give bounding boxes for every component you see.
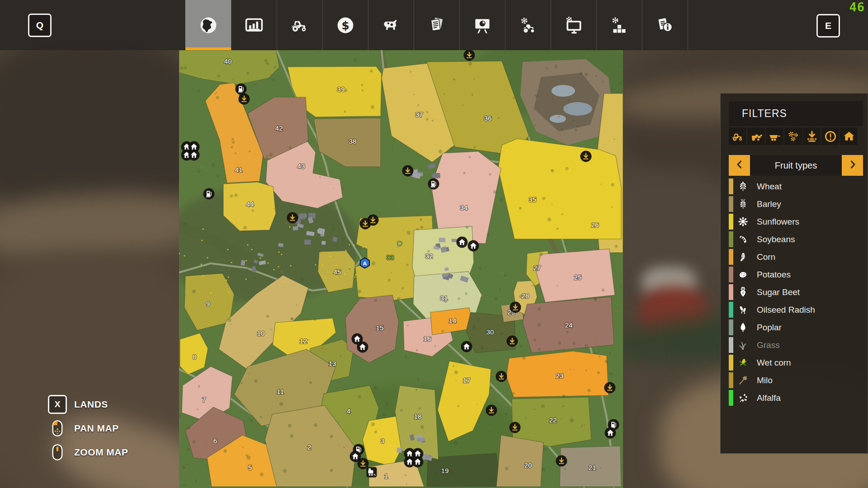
fruit-type-row-sunflowers[interactable]: Sunflowers [721,213,868,230]
fruit-type-row-poplar[interactable]: Poplar [721,319,868,336]
fruit-type-row-sugar-beet[interactable]: Sugar Beet [721,283,868,301]
selector-next-button[interactable] [842,155,863,176]
map-marker-sell-point[interactable] [509,422,521,433]
field-number-20: 20 [524,461,532,469]
tab-vehicles[interactable] [277,0,322,50]
map-marker-sell-point[interactable] [496,371,507,382]
map-marker-house[interactable] [461,341,472,352]
document-info-icon [655,15,675,35]
tab-garage[interactable] [505,0,551,50]
tab-display-settings[interactable] [551,0,596,50]
fruit-type-label: Sugar Beet [757,287,800,297]
fruit-color-swatch [729,390,733,406]
world-map[interactable]: 4039373626414238434435349108453332311213… [179,50,623,488]
map-marker-sell-point[interactable] [507,336,518,347]
filter-category-tractor[interactable] [729,127,746,145]
fruit-type-row-barley[interactable]: Barley [721,195,868,213]
map-canvas[interactable]: 4039373626414238434435349108453332311213… [179,50,623,488]
fruit-color-swatch [729,284,733,300]
village-building [299,213,306,219]
map-marker-train[interactable] [367,467,377,478]
field-20[interactable] [496,435,543,487]
map-marker-sell-point[interactable] [486,405,497,416]
tab-production[interactable] [459,0,505,50]
sugar-beet-icon [737,286,749,298]
field-number-17: 17 [462,376,470,384]
fruit-type-label: Wheat [757,182,782,192]
filter-category-alert[interactable] [821,127,839,145]
field-number-35: 35 [528,196,536,203]
filter-category-gears[interactable] [784,127,802,145]
fruit-type-row-wheat[interactable]: Wheat [721,178,868,195]
fruit-type-row-potatoes[interactable]: Potatoes [721,266,868,283]
fruit-color-swatch [729,196,733,212]
map-marker-house[interactable] [350,451,361,462]
hotkey-next-tab[interactable]: E [816,14,840,38]
fruit-type-row-milo[interactable]: Milo [721,371,868,389]
filter-category-trailer[interactable] [766,127,783,145]
keyboard-key-x[interactable]: X [48,395,67,414]
map-marker-house[interactable] [357,342,368,353]
tab-game-settings[interactable] [596,0,642,50]
filters-title: FILTERS [742,108,787,120]
village-building [439,238,445,242]
map-marker-fuel[interactable] [203,188,215,200]
tab-statistics[interactable] [231,0,277,50]
map-marker-fuel[interactable] [428,178,439,190]
mouse-zoom-icon [45,443,70,462]
map-marker-house[interactable] [412,456,424,468]
field-number-42: 42 [275,124,283,132]
map-marker-sell-point[interactable] [604,382,616,394]
map-marker-house[interactable] [457,237,468,248]
field-number-11: 11 [277,388,284,395]
field-35[interactable] [498,139,621,239]
village-building [397,447,401,452]
village-building [293,226,298,230]
map-marker-sell-point[interactable] [556,455,567,467]
map-marker-sell-point[interactable] [287,212,298,224]
field-number-31: 31 [440,294,448,302]
fruit-type-row-alfalfa[interactable]: Alfalfa [721,389,868,407]
fruit-color-swatch [729,319,733,335]
soybean-icon [737,233,749,245]
filter-category-download[interactable] [803,127,821,145]
map-marker-fuel[interactable] [236,84,247,95]
globe-icon [198,15,218,35]
tab-map[interactable] [185,0,231,50]
tab-finances[interactable]: $ [322,0,368,50]
map-marker-sell-point[interactable] [580,151,592,162]
map-marker-marker-a[interactable]: A [360,258,369,268]
field-number-33: 33 [386,253,394,261]
field-number-12: 12 [299,337,307,345]
legend-pan-map: PAN MAP [45,418,128,439]
fruit-type-label: Wet corn [757,358,791,368]
map-marker-sell-point[interactable] [510,302,521,313]
field-number-39: 39 [337,85,344,93]
filter-category-house[interactable] [840,127,858,145]
map-marker-sell-point[interactable] [402,165,414,177]
hotkey-prev-tab[interactable]: Q [28,14,52,37]
village-building [417,438,425,442]
map-marker-house[interactable] [605,427,616,439]
tab-contracts[interactable] [414,0,459,50]
map-marker-sell-point[interactable] [239,94,250,105]
fruit-type-label: Corn [757,252,775,262]
selector-prev-button[interactable] [729,155,750,176]
fruit-type-row-wet-corn[interactable]: Wet corn [721,354,868,371]
cow-icon [381,15,401,35]
corn-icon [737,251,749,263]
filter-category-harvester[interactable] [747,127,765,145]
mouse-pan-icon [45,419,70,438]
tab-help[interactable] [642,0,688,50]
fruit-type-row-grass[interactable]: Grass [721,336,868,354]
map-marker-house[interactable] [468,240,479,252]
fruit-type-row-corn[interactable]: Corn [721,248,868,266]
fruit-type-row-oilseed-radish[interactable]: Oilseed Radish [721,301,868,319]
tab-animals[interactable] [368,0,414,50]
map-marker-sell-point[interactable] [368,215,379,226]
map-marker-house[interactable] [189,150,200,161]
tractor-icon [290,15,310,35]
fruit-color-swatch [729,372,733,388]
sunflower-icon [737,216,749,228]
fruit-type-row-soybeans[interactable]: Soybeans [721,230,868,248]
